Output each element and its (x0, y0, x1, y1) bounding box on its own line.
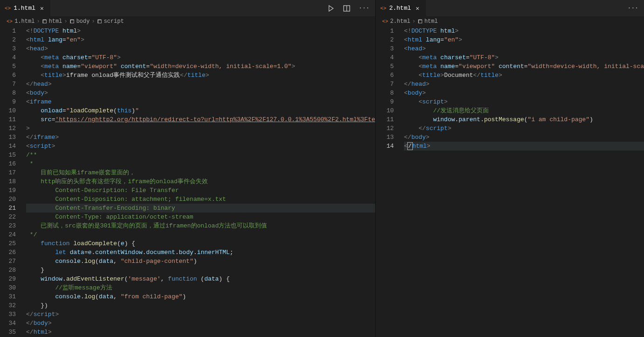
code-line[interactable]: <meta charset="UTF-8"> (26, 53, 375, 62)
code-line[interactable]: <body> (26, 89, 375, 97)
code-line[interactable]: * (26, 159, 375, 168)
line-number: 10 (376, 106, 394, 115)
line-gutter: 1234567891011121314 (376, 27, 402, 337)
code-line[interactable]: > (26, 124, 375, 133)
code-line[interactable]: </script> (26, 310, 375, 319)
line-number: 14 (0, 142, 16, 151)
line-number: 12 (376, 124, 394, 133)
element-icon: ⧠ (69, 19, 75, 25)
code-line[interactable]: <head> (404, 44, 644, 53)
code-line[interactable]: <body> (404, 89, 644, 97)
crumb-body[interactable]: body (76, 18, 90, 25)
line-number: 7 (376, 80, 394, 89)
code-line[interactable]: </iframe> (26, 133, 375, 142)
line-number: 4 (376, 53, 394, 62)
crumb-file[interactable]: 1.html (14, 18, 34, 25)
code-line[interactable]: console.log(data, "from child-page") (26, 292, 375, 301)
code-line[interactable]: /** (26, 151, 375, 159)
code-line[interactable]: </body> (26, 319, 375, 328)
code-line[interactable]: </script> (404, 124, 644, 133)
line-number: 14 (376, 142, 394, 151)
line-number: 30 (0, 283, 16, 292)
line-number: 26 (0, 248, 16, 257)
line-number: 9 (0, 97, 16, 106)
code-line[interactable]: //发送消息给父页面 (404, 106, 644, 115)
breadcrumb-right[interactable]: <>2.html › ⧠html (376, 16, 644, 27)
split-editor-icon[interactable] (343, 5, 350, 12)
code-line[interactable]: <title>Document</title> (404, 71, 644, 80)
code-line[interactable]: <meta name="viewport" content="width=dev… (26, 62, 375, 71)
element-icon: ⧠ (42, 19, 47, 25)
code-content[interactable]: <!DOCTYPE html><html lang="en"><head> <m… (24, 27, 375, 337)
code-line[interactable]: Content-Transfer-Encoding: binary (26, 204, 375, 213)
code-line[interactable]: <!DOCTYPE html> (26, 27, 375, 35)
code-area-left[interactable]: 1234567891011121314151617181920212223242… (0, 27, 375, 337)
code-line[interactable]: function loadComplete(e) { (26, 239, 375, 248)
code-line[interactable]: <html lang="en"> (26, 35, 375, 44)
code-line[interactable]: <title>iframe onload事件测试和父子通信实践</title> (26, 71, 375, 80)
tab-bar-left: <> 1.html ✕ ··· (0, 0, 375, 16)
more-icon[interactable]: ··· (359, 5, 370, 12)
code-line[interactable]: <iframe (26, 97, 375, 106)
code-line[interactable]: <!DOCTYPE html> (404, 27, 644, 35)
code-line[interactable]: <meta name="viewport" content="width=dev… (404, 62, 644, 71)
crumb-file[interactable]: 2.html (390, 18, 410, 25)
line-number: 8 (376, 89, 394, 97)
chevron-right-icon: › (35, 18, 41, 25)
run-icon[interactable] (327, 5, 335, 12)
line-number: 12 (0, 124, 16, 133)
code-line[interactable]: <script> (404, 97, 644, 106)
code-line[interactable]: let data=e.contentWindow.document.body.i… (26, 248, 375, 257)
code-line[interactable]: window.addEventListener('message', funct… (26, 275, 375, 283)
code-line[interactable]: </html> (26, 328, 375, 337)
breadcrumb-left[interactable]: <>1.html › ⧠html › ⧠body › ⧠script (0, 16, 375, 27)
code-line[interactable]: </html> (404, 142, 644, 151)
line-number: 24 (0, 230, 16, 239)
code-line[interactable]: <script> (26, 142, 375, 151)
more-icon[interactable]: ··· (628, 5, 638, 12)
line-number: 29 (0, 275, 16, 283)
code-line[interactable]: <meta charset="UTF-8"> (404, 53, 644, 62)
code-line[interactable]: Content-Description: File Transfer (26, 186, 375, 195)
line-number: 8 (0, 89, 16, 97)
line-number: 3 (376, 44, 394, 53)
line-number: 2 (0, 35, 16, 44)
code-line[interactable]: src='https://nghttp2.org/httpbin/redirec… (26, 115, 375, 124)
html-file-icon: <> (7, 19, 13, 24)
close-icon[interactable]: ✕ (414, 5, 421, 12)
code-line[interactable]: } (26, 266, 375, 275)
line-number: 18 (0, 177, 16, 186)
code-area-right[interactable]: 1234567891011121314 <!DOCTYPE html><html… (376, 27, 644, 337)
code-line[interactable]: 已测试，src嵌套的是301重定向的页面，通过iframen的onload方法也… (26, 221, 375, 230)
code-line[interactable]: http响应的头部含有这些字段，iframe的onload事件会失效 (26, 177, 375, 186)
line-number: 9 (376, 97, 394, 106)
code-line[interactable]: onload="loadComplete(this)" (26, 106, 375, 115)
element-icon: ⧠ (418, 19, 423, 25)
code-line[interactable]: }) (26, 301, 375, 310)
code-line[interactable]: </head> (26, 80, 375, 89)
line-number: 22 (0, 213, 16, 221)
close-icon[interactable]: ✕ (38, 5, 46, 12)
code-line[interactable]: <html lang="en"> (404, 35, 644, 44)
code-line[interactable]: //监听message方法 (26, 283, 375, 292)
code-line[interactable]: 目前已知如果iframe嵌套里面的， (26, 168, 375, 177)
line-number: 25 (0, 239, 16, 248)
code-line[interactable]: */ (26, 230, 375, 239)
code-line[interactable]: Content-Type: application/octet-stream (26, 213, 375, 221)
code-line[interactable]: Content-Disposition: attachment; filenam… (26, 195, 375, 204)
code-line[interactable]: <head> (26, 44, 375, 53)
code-line[interactable]: console.log(data, "child-page-content") (26, 257, 375, 266)
code-line[interactable]: </head> (404, 80, 644, 89)
html-file-icon: <> (380, 6, 386, 11)
line-number: 23 (0, 221, 16, 230)
code-content[interactable]: <!DOCTYPE html><html lang="en"><head> <m… (402, 27, 644, 337)
tab-filename: 2.html (389, 5, 411, 12)
crumb-script[interactable]: script (104, 18, 124, 25)
code-line[interactable]: </body> (404, 133, 644, 142)
crumb-html[interactable]: html (49, 18, 62, 25)
tab-2html[interactable]: <> 2.html ✕ (376, 0, 426, 16)
code-line[interactable]: window.parent.postMessage("i am child-pa… (404, 115, 644, 124)
line-number: 20 (0, 195, 16, 204)
crumb-html[interactable]: html (425, 18, 438, 25)
tab-1html[interactable]: <> 1.html ✕ (0, 0, 51, 16)
